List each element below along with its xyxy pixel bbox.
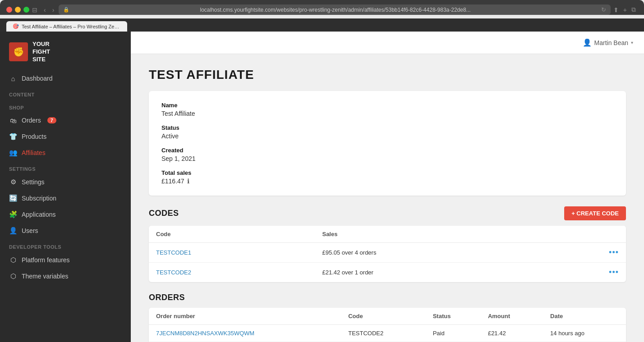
applications-icon: 🧩 (9, 210, 17, 219)
address-bar[interactable]: 🔒 localhost.cms.yourfightsite.com/websit… (59, 5, 610, 15)
code-actions: ••• (544, 263, 626, 283)
info-icon[interactable]: ℹ (187, 178, 189, 185)
codes-section-header: CODES + CREATE CODE (149, 206, 626, 220)
refresh-icon[interactable]: ↻ (601, 6, 606, 13)
sidebar-item-label: Settings (22, 178, 45, 186)
products-icon: 👕 (9, 132, 17, 141)
sidebar-item-label: Affiliates (22, 149, 46, 156)
traffic-light-minimize[interactable] (15, 7, 21, 13)
field-label-total-sales: Total sales (161, 169, 613, 176)
field-total-sales: Total sales £116.47 ℹ (161, 169, 613, 185)
sidebar-section-settings: SETTINGS (0, 161, 131, 174)
sidebar-item-users[interactable]: 👤 Users (0, 223, 131, 239)
code-more-menu[interactable]: ••• (609, 268, 619, 277)
sidebar-item-platform-features[interactable]: ⬡ Platform features (0, 252, 131, 268)
codes-table: Code Sales TESTCODE1 £95.05 over 4 order… (149, 226, 626, 282)
sidebar-item-applications[interactable]: 🧩 Applications (0, 206, 131, 223)
sidebar-item-products[interactable]: 👕 Products (0, 128, 131, 145)
forward-btn[interactable]: › (51, 5, 56, 14)
url-text: localhost.cms.yourfightsite.com/websites… (72, 7, 598, 13)
codes-col-code: Code (149, 226, 315, 243)
sidebar-item-label: Applications (22, 211, 56, 218)
affiliates-icon: 👥 (9, 149, 17, 157)
content-area: TEST AFFILIATE Name Test Affiliate Statu… (131, 54, 644, 342)
sidebar-item-theme-variables[interactable]: ⬡ Theme variables (0, 268, 131, 284)
sidebar-nav: ⌂ Dashboard CONTENT SHOP 🛍 Orders 7 👕 Pr… (0, 71, 131, 342)
orders-table-card: Order number Code Status Amount Date 7JE… (149, 308, 626, 342)
code-link[interactable]: TESTCODE1 (156, 249, 191, 256)
create-code-button[interactable]: + CREATE CODE (564, 206, 626, 220)
total-sales-amount: £116.47 (161, 178, 184, 185)
orders-icon: 🛍 (9, 117, 17, 124)
sidebar-toggle-btn[interactable]: ⊟ (32, 6, 37, 14)
subscription-icon: 🔄 (9, 194, 17, 202)
sidebar-item-label: Theme variables (22, 273, 69, 280)
sidebar-item-label: Platform features (22, 256, 70, 264)
orders-section-header: ORDERS (149, 293, 626, 302)
sidebar-item-label: Subscription (22, 195, 56, 202)
code-sales: £21.42 over 1 order (315, 263, 544, 283)
code-actions: ••• (544, 243, 626, 263)
code-sales: £95.05 over 4 orders (315, 243, 544, 263)
top-bar: 👤 Martin Bean ▾ (131, 32, 644, 54)
sidebar-section-devtools: DEVELOPER TOOLS (0, 239, 131, 252)
affiliate-details-card: Name Test Affiliate Status Active Create… (149, 91, 626, 196)
field-value-total-sales: £116.47 ℹ (161, 178, 613, 185)
sidebar-item-settings[interactable]: ⚙ Settings (0, 174, 131, 190)
sidebar-item-label: Dashboard (22, 75, 53, 82)
orders-col-code: Code (341, 308, 425, 325)
browser-tab[interactable]: 🎯 Test Affiliate – Affiliates – Pro Wres… (6, 21, 127, 32)
field-value-status: Active (161, 132, 613, 140)
code-value: TESTCODE2 (149, 263, 315, 283)
user-menu[interactable]: 👤 Martin Bean ▾ (583, 38, 633, 47)
logo-text: YOURFIGHTSITE (32, 41, 50, 64)
sidebar-item-label: Users (22, 227, 38, 234)
orders-col-status: Status (426, 308, 481, 325)
traffic-light-maximize[interactable] (23, 7, 29, 13)
tabs-btn[interactable]: ⧉ (631, 6, 636, 14)
field-name: Name Test Affiliate (161, 102, 613, 117)
main-content: 👤 Martin Bean ▾ TEST AFFILIATE Name Test… (131, 32, 644, 342)
platform-features-icon: ⬡ (9, 256, 17, 264)
field-label-created: Created (161, 147, 613, 154)
sidebar-item-dashboard[interactable]: ⌂ Dashboard (0, 71, 131, 87)
new-tab-btn[interactable]: + (623, 6, 627, 14)
field-label-name: Name (161, 102, 613, 109)
order-code: TESTCODE2 (341, 325, 425, 342)
field-value-name: Test Affiliate (161, 110, 613, 117)
order-link[interactable]: 7JECNM8D8N2HNSAXWK35WQWM (156, 330, 254, 337)
sidebar-logo[interactable]: ✊ YOURFIGHTSITE (0, 32, 131, 71)
order-amount: £21.42 (481, 325, 543, 342)
codes-table-card: Code Sales TESTCODE1 £95.05 over 4 order… (149, 226, 626, 282)
field-label-status: Status (161, 124, 613, 131)
field-status: Status Active (161, 124, 613, 140)
field-created: Created Sep 1, 2021 (161, 147, 613, 162)
orders-table: Order number Code Status Amount Date 7JE… (149, 308, 626, 342)
sidebar-item-label: Products (22, 133, 46, 140)
share-btn[interactable]: ⬆ (613, 6, 619, 14)
code-more-menu[interactable]: ••• (609, 248, 619, 257)
sidebar-item-affiliates[interactable]: 👥 Affiliates (0, 145, 131, 161)
sidebar-item-orders[interactable]: 🛍 Orders 7 (0, 113, 131, 128)
field-value-created: Sep 1, 2021 (161, 155, 613, 162)
back-btn[interactable]: ‹ (42, 5, 48, 14)
order-date: 14 hours ago (543, 325, 626, 342)
order-status: Paid (426, 325, 481, 342)
home-icon: ⌂ (9, 75, 17, 82)
codes-col-sales: Sales (315, 226, 544, 243)
table-row: TESTCODE1 £95.05 over 4 orders ••• (149, 243, 626, 263)
tab-label: Test Affiliate – Affiliates – Pro Wrestl… (22, 24, 121, 29)
orders-section-title: ORDERS (149, 293, 185, 302)
sidebar-item-label: Orders (22, 117, 41, 124)
theme-variables-icon: ⬡ (9, 272, 17, 280)
codes-col-actions (544, 226, 626, 243)
logo-icon: ✊ (9, 42, 28, 61)
traffic-light-close[interactable] (6, 7, 12, 13)
sidebar-item-subscription[interactable]: 🔄 Subscription (0, 190, 131, 206)
codes-section-title: CODES (149, 209, 179, 218)
settings-icon: ⚙ (9, 178, 17, 186)
orders-col-date: Date (543, 308, 626, 325)
code-value: TESTCODE1 (149, 243, 315, 263)
code-link[interactable]: TESTCODE2 (156, 269, 191, 276)
sidebar-section-content: CONTENT (0, 87, 131, 100)
